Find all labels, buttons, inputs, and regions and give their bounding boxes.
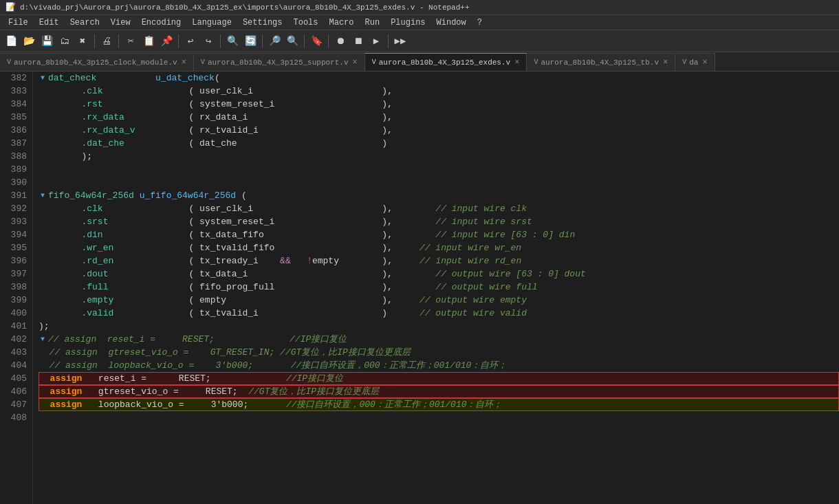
ln-394: 394 xyxy=(6,228,27,241)
menu-search[interactable]: Search xyxy=(65,15,105,30)
code-line-386: .rx_data_v ( rx_tvalid_i ), xyxy=(39,124,839,137)
sep3 xyxy=(178,34,179,48)
ln-390: 390 xyxy=(6,176,27,189)
ln-405: 405 xyxy=(6,372,27,385)
macro-rec-btn[interactable]: ⏺ xyxy=(332,33,349,50)
code-line-397: .dout ( tx_data_i ), // output wire [63 … xyxy=(39,267,839,281)
ln-388: 388 xyxy=(6,150,27,163)
code-line-406: assign gtreset_vio_o = RESET; //GT复位，比IP… xyxy=(39,385,839,398)
ln-397: 397 xyxy=(6,267,27,281)
menu-help[interactable]: ? xyxy=(472,15,488,30)
zoom-out-btn[interactable]: 🔍 xyxy=(284,33,301,50)
menu-language[interactable]: Language xyxy=(186,15,237,30)
menu-window[interactable]: Window xyxy=(431,15,472,30)
print-btn[interactable]: 🖨 xyxy=(98,33,115,50)
tab-da[interactable]: V da × xyxy=(675,53,715,71)
code-area: 382 383 384 385 386 387 388 389 390 391 … xyxy=(0,72,839,504)
menu-macro[interactable]: Macro xyxy=(324,15,360,30)
sep2 xyxy=(118,34,119,48)
ln-392: 392 xyxy=(6,202,27,215)
find-btn[interactable]: 🔍 xyxy=(224,33,241,50)
line-numbers: 382 383 384 385 386 387 388 389 390 391 … xyxy=(0,72,33,504)
tab-close-3[interactable]: × xyxy=(514,58,519,67)
menu-edit[interactable]: Edit xyxy=(34,15,65,30)
copy-btn[interactable]: 📋 xyxy=(140,33,157,50)
close-btn[interactable]: ✖ xyxy=(74,33,91,50)
zoom-in-btn[interactable]: 🔎 xyxy=(266,33,283,50)
paste-btn[interactable]: 📌 xyxy=(158,33,175,50)
ln-400: 400 xyxy=(6,307,27,320)
replace-btn[interactable]: 🔄 xyxy=(242,33,259,50)
save-all-btn[interactable]: 🗂 xyxy=(56,33,73,50)
code-382-module: dat_check xyxy=(48,72,96,85)
sep7 xyxy=(328,34,329,48)
ln-382: 382 xyxy=(6,72,27,85)
app-icon: 📝 xyxy=(6,2,16,12)
code-line-399: .empty ( empty ), // output wire empty xyxy=(39,294,839,307)
menu-file[interactable]: File xyxy=(3,15,34,30)
ln-403: 403 xyxy=(6,346,27,359)
menu-view[interactable]: View xyxy=(105,15,136,30)
tab-close-1[interactable]: × xyxy=(182,58,186,67)
tab-tb[interactable]: V aurora_8b10b_4X_3p125_tb.v × xyxy=(527,53,675,71)
undo-btn[interactable]: ↩ xyxy=(182,33,199,50)
ln-396: 396 xyxy=(6,254,27,267)
toolbar: 📄 📂 💾 🗂 ✖ 🖨 ✂ 📋 📌 ↩ ↪ 🔍 🔄 🔎 🔍 🔖 ⏺ ⏹ ▶ ▶▶ xyxy=(0,30,839,52)
tab-icon-3: V xyxy=(372,58,376,66)
ln-402: 402 xyxy=(6,333,27,346)
ln-385: 385 xyxy=(6,111,27,124)
new-btn[interactable]: 📄 xyxy=(3,33,19,50)
menu-plugins[interactable]: Plugins xyxy=(385,15,431,30)
ln-387: 387 xyxy=(6,137,27,150)
code-line-403: // assign gtreset_vio_o = GT_RESET_IN; /… xyxy=(39,346,839,359)
code-line-400: .valid ( tx_tvalid_i ) // output wire va… xyxy=(39,307,839,320)
ln-401: 401 xyxy=(6,320,27,333)
macro-play-btn[interactable]: ▶ xyxy=(368,33,384,50)
code-line-407: assign loopback_vio_o = 3'b000; //接口自环设置… xyxy=(39,398,839,411)
tab-support[interactable]: V aurora_8b10b_4X_3p125_support.v × xyxy=(194,53,365,71)
menu-tools[interactable]: Tools xyxy=(287,15,323,30)
ln-406: 406 xyxy=(6,385,27,398)
tab-exdes[interactable]: V aurora_8b10b_4X_3p125_exdes.v × xyxy=(365,53,527,71)
code-line-391: ▼ fifo_64w64r_256d u_fifo_64w64r_256d ( xyxy=(39,189,839,202)
tab-close-2[interactable]: × xyxy=(353,58,358,67)
code-line-405: assign reset_i = RESET; //IP接口复位 xyxy=(39,372,839,385)
tab-close-5[interactable]: × xyxy=(702,58,707,67)
code-line-390 xyxy=(39,176,839,189)
ln-391: 391 xyxy=(6,189,27,202)
sep4 xyxy=(220,34,221,48)
tab-clock-module[interactable]: V aurora_8b10b_4X_3p125_clock_module.v × xyxy=(0,53,194,71)
title-bar: 📝 d:\vivado_prj\Aurora_prj\aurora_8b10b_… xyxy=(0,0,839,15)
code-line-388: ); xyxy=(39,150,839,163)
code-line-404: // assign loopback_vio_o = 3'b000; //接口自… xyxy=(39,359,839,372)
code-line-402: ▼ // assign reset_i = RESET; //IP接口复位 xyxy=(39,333,839,346)
tab-icon-2: V xyxy=(201,58,205,66)
ln-399: 399 xyxy=(6,294,27,307)
redo-btn[interactable]: ↪ xyxy=(200,33,217,50)
code-content[interactable]: ▼ dat_check u_dat_check ( .clk ( user_cl… xyxy=(33,72,839,504)
code-line-389 xyxy=(39,163,839,176)
cut-btn[interactable]: ✂ xyxy=(122,33,139,50)
code-line-394: .din ( tx_data_fifo ), // input wire [63… xyxy=(39,228,839,241)
menu-settings[interactable]: Settings xyxy=(237,15,288,30)
ln-386: 386 xyxy=(6,124,27,137)
save-btn[interactable]: 💾 xyxy=(39,33,55,50)
fold-402[interactable]: ▼ xyxy=(39,336,47,344)
run-btn[interactable]: ▶▶ xyxy=(392,33,408,50)
code-line-401: ); xyxy=(39,320,839,333)
ln-404: 404 xyxy=(6,359,27,372)
code-line-387: .dat_che ( dat_che ) xyxy=(39,137,839,150)
fold-382[interactable]: ▼ xyxy=(39,74,47,83)
ln-398: 398 xyxy=(6,281,27,294)
tab-close-4[interactable]: × xyxy=(663,58,668,67)
code-line-392: .clk ( user_clk_i ), // input wire clk xyxy=(39,202,839,215)
fold-391[interactable]: ▼ xyxy=(39,192,47,200)
menu-run[interactable]: Run xyxy=(360,15,386,30)
title-text: d:\vivado_prj\Aurora_prj\aurora_8b10b_4X… xyxy=(20,3,470,12)
open-btn[interactable]: 📂 xyxy=(21,33,37,50)
code-line-393: .srst ( system_reset_i ), // input wire … xyxy=(39,215,839,228)
bookmark-btn[interactable]: 🔖 xyxy=(308,33,325,50)
menu-encoding[interactable]: Encoding xyxy=(136,15,187,30)
macro-stop-btn[interactable]: ⏹ xyxy=(350,33,367,50)
menu-bar: File Edit Search View Encoding Language … xyxy=(0,15,839,30)
